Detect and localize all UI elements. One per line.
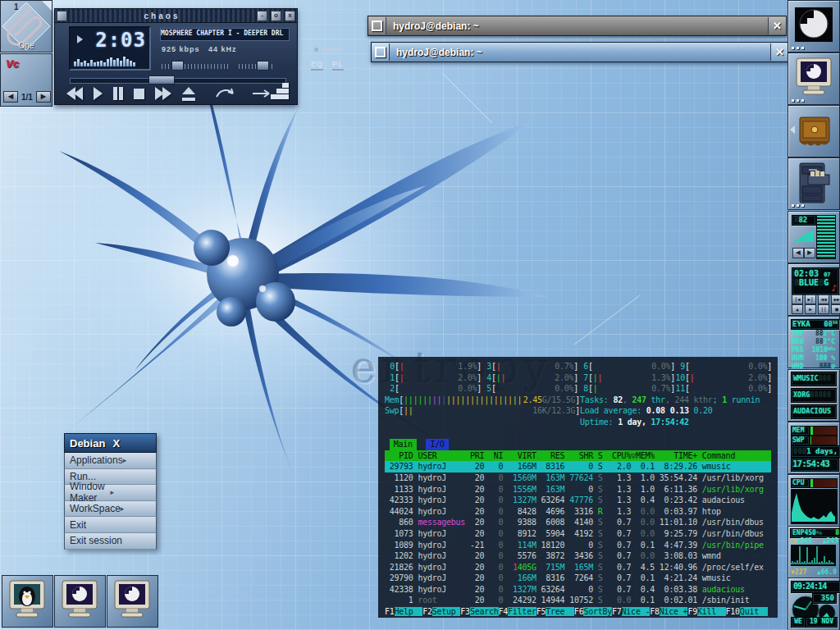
spectrum-analyzer xyxy=(74,52,135,66)
volume-knob[interactable] xyxy=(171,61,184,71)
pager-next-button[interactable]: ▶ xyxy=(36,91,51,103)
dock-tile-process-top[interactable]: WMUSIC888XORG88888AUDACIOUS xyxy=(788,369,840,422)
wmusic-button[interactable]: ▶| xyxy=(805,294,816,304)
terminal-window-1-titlebar[interactable]: hydroJ@debian: ~ ✕ xyxy=(368,16,787,36)
wmusic-button[interactable]: || xyxy=(818,304,829,314)
balance-knob[interactable] xyxy=(257,61,269,71)
equalizer-button[interactable]: EQ xyxy=(311,60,323,71)
player-shade-button[interactable]: o xyxy=(271,11,281,21)
dock-tile-clock[interactable]: 09:24:14 350 WE 19 NOV xyxy=(788,578,840,630)
miniwindow-terminal-1[interactable] xyxy=(54,575,106,628)
terminal-1-miniaturize-button[interactable] xyxy=(368,17,386,34)
playlist-button[interactable]: PL xyxy=(332,60,344,71)
dock-tile-drawer[interactable] xyxy=(788,105,840,158)
htop-window[interactable]: 0[|1.9%]3[|0.7%]6[0.0%]9[0.0%]1[|2.0%]4[… xyxy=(378,357,778,618)
menu-item-exit-session[interactable]: Exit session xyxy=(64,533,157,550)
terminal-2-miniaturize-button[interactable] xyxy=(372,43,390,61)
menu-item-applications[interactable]: Applications▸ xyxy=(64,453,157,469)
next-button[interactable] xyxy=(155,87,171,100)
dock-tile-network-monitor[interactable]: ENP4S0 ▼▲ 8 ▼▼345 ▲243 ▼227 xyxy=(788,526,840,578)
cpu-meter-bars: | xyxy=(496,361,555,372)
submenu-arrow-icon: ▸ xyxy=(121,504,151,513)
wmusic-button[interactable]: ▲ xyxy=(792,304,803,314)
spectrum-bar xyxy=(100,61,103,66)
player-time-display[interactable]: 2:03 xyxy=(69,26,151,71)
htop-process-row[interactable]: 1133 hydroJ 20 0 1556M 163M 0 S 1.3 1.0 … xyxy=(385,484,771,495)
previous-button[interactable] xyxy=(66,87,83,100)
wmusic-time: 02:03 xyxy=(794,269,819,278)
spectrum-bar xyxy=(116,58,119,66)
mixer-prev-channel-button[interactable]: ◀ xyxy=(792,248,804,258)
htop-tab-main[interactable]: Main xyxy=(390,439,417,450)
menu-titlebar[interactable]: Debian X xyxy=(64,433,157,453)
dock-tile-mixer[interactable]: 882 ◀ ▶ xyxy=(788,211,840,263)
htop-process-row[interactable]: 1202 hydroJ 20 0 5576 3872 3436 S 0.7 0.… xyxy=(385,550,771,562)
terminal-1-close-button[interactable]: ✕ xyxy=(768,17,786,34)
wmusic-button[interactable]: ▶▶ xyxy=(831,294,840,304)
shuffle-icon[interactable] xyxy=(214,86,235,101)
weather-station: EYKA xyxy=(792,320,810,329)
top-process-xorg: XORG88888 xyxy=(791,388,837,403)
htop-process-row[interactable]: 42333 hydroJ 20 0 1327M 63264 47776 S 1.… xyxy=(385,495,771,506)
cpu-label: CPU xyxy=(791,478,810,488)
htop-process-row[interactable]: 44024 hydroJ 20 0 8428 4696 3316 R 1.3 0… xyxy=(385,506,771,518)
htop-tab-io[interactable]: I/O xyxy=(426,439,448,450)
volume-slider[interactable] xyxy=(162,62,229,69)
wmusic-button[interactable]: ■ xyxy=(831,304,840,314)
dock-tile-cpu-monitor[interactable]: CPU xyxy=(788,474,840,527)
stop-button[interactable] xyxy=(134,89,144,99)
pause-button[interactable] xyxy=(113,87,123,100)
workspace-clip[interactable]: 1 One xyxy=(0,0,52,52)
weather-row-dew: DEW882°C xyxy=(791,338,836,345)
dock-tile-gnustep[interactable] xyxy=(788,0,840,52)
htop-process-row[interactable]: 42338 hydroJ 20 0 1327M 63264 0 S 0.7 0.… xyxy=(385,584,771,596)
dock-tile-weather[interactable]: EYKA 0850 TMP882°CDEW882°CPRS1010hPaHUM1… xyxy=(788,316,840,368)
volume-wedge-icon[interactable] xyxy=(792,230,814,242)
play-button[interactable] xyxy=(94,87,103,100)
htop-process-row[interactable]: 1089 hydroJ -21 0 114M 18120 0 S 0.7 0.1… xyxy=(385,540,771,551)
htop-process-row[interactable]: 1073 hydroJ 20 0 8912 5904 4192 S 0.7 0.… xyxy=(385,528,771,540)
net-history-graph xyxy=(791,545,836,566)
player-menu-button[interactable] xyxy=(57,11,67,21)
player-titlebar[interactable]: chaos - o x xyxy=(55,9,297,23)
menu-close-icon[interactable]: X xyxy=(108,437,157,450)
terminal-2-close-button[interactable]: ✕ xyxy=(770,43,788,61)
wmusic-button[interactable]: ◀◀ xyxy=(818,294,829,304)
eject-button[interactable] xyxy=(182,87,195,101)
dock-tile-wmusic[interactable]: 02:03 07 8BLUE8G ♪ |◀▶|◀◀▶▶ ▲▶||■ xyxy=(788,263,840,316)
miniwindow-terminal-2[interactable] xyxy=(107,575,158,628)
spectrum-bar xyxy=(87,63,89,66)
dock-tile-terminal[interactable] xyxy=(788,52,840,105)
seek-knob[interactable] xyxy=(148,75,175,84)
track-title-marquee[interactable]: MOSPHERE CHAPTER I - DEEPER DRL xyxy=(160,28,290,41)
pager-prev-button[interactable]: ◀ xyxy=(3,91,18,103)
miniwindow-htop-terminal[interactable] xyxy=(2,575,53,628)
wmusic-button[interactable]: |◀ xyxy=(792,294,803,304)
htop-header-row[interactable]: PID USER PRI NI VIRT RES SHR S CPU%▽MEM%… xyxy=(385,450,771,462)
terminal-window-2-titlebar[interactable]: hydroJ@debian: ~ ✕ xyxy=(371,42,789,62)
balance-slider[interactable] xyxy=(239,62,275,69)
pager-page-indicator: 1/1 xyxy=(21,93,33,102)
wmusic-button[interactable]: ▶ xyxy=(805,304,816,314)
htop-process-row[interactable]: 1 root 20 0 24292 14944 10752 S 0.0 0.1 … xyxy=(385,595,771,606)
player-minimize-button[interactable]: - xyxy=(257,11,267,21)
dock-tile-memory-monitor[interactable]: MEM SWP 0001 days, 17:54:43 xyxy=(788,422,840,474)
htop-process-row[interactable]: 21826 hydroJ 20 0 1405G 715M 165M S 0.7 … xyxy=(385,562,771,573)
dock-tile-file-manager[interactable] xyxy=(788,158,840,210)
htop-function-bar[interactable]: F1Help F2Setup F3SearchF4FilterF5Tree F6… xyxy=(385,606,771,618)
htop-process-row[interactable]: 29790 hydroJ 20 0 166M 8316 7264 S 0.7 0… xyxy=(385,573,771,584)
menu-item-workspace[interactable]: WorkSpace▸ xyxy=(64,501,157,518)
menu-item-window-maker[interactable]: Window Maker▸ xyxy=(64,485,157,501)
clip-next-arrow[interactable] xyxy=(42,1,52,11)
htop-process-row[interactable]: 29793 hydroJ 20 0 166M 8316 0 S 2.0 0.1 … xyxy=(385,461,771,472)
menu-item-exit[interactable]: Exit xyxy=(64,517,157,533)
mixer-next-channel-button[interactable]: ▶ xyxy=(804,248,815,258)
pager-dockapp[interactable]: Vc ◀ 1/1 ▶ xyxy=(0,53,52,107)
weather-row-hum: HUM100 % xyxy=(791,354,836,362)
clip-prev-arrow[interactable] xyxy=(1,42,11,52)
htop-process-row[interactable]: 860 messagebus 20 0 9388 6008 4140 S 0.7… xyxy=(385,517,771,528)
player-close-button[interactable]: x xyxy=(285,11,295,21)
seek-bar[interactable] xyxy=(70,78,286,84)
cpu-meter-9: 9[0.0%] xyxy=(675,361,772,372)
htop-process-row[interactable]: 1120 hydroJ 20 0 1560M 163M 77624 S 1.3 … xyxy=(385,472,771,484)
